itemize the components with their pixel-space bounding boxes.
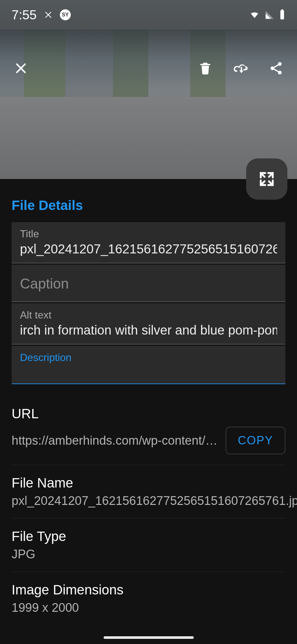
svg-point-3 xyxy=(271,66,274,70)
alt-text-value: irch in formation with silver and blue p… xyxy=(20,323,277,337)
url-label: URL xyxy=(12,406,285,421)
status-left: 7:55 SY xyxy=(12,8,71,22)
expand-icon[interactable] xyxy=(246,158,287,200)
title-value: pxl_20241207_162156162775256515160726576 xyxy=(20,242,277,256)
section-title: File Details xyxy=(12,198,285,213)
meta-file-type: File Type JPG xyxy=(12,518,285,572)
title-field[interactable]: Title pxl_20241207_162156162775256515160… xyxy=(12,222,285,263)
caption-field[interactable]: Caption xyxy=(12,265,285,302)
download-cloud-icon[interactable] xyxy=(229,57,252,80)
close-icon[interactable] xyxy=(10,57,32,80)
status-right xyxy=(249,9,285,20)
description-field[interactable]: Description xyxy=(12,346,285,384)
wifi-icon xyxy=(249,10,260,20)
x-app-icon xyxy=(43,10,53,20)
alt-text-field[interactable]: Alt text irch in formation with silver a… xyxy=(12,303,285,345)
file-details-panel: File Details Title pxl_20241207_16215616… xyxy=(0,179,297,644)
file-name-value: pxl_20241207_162156162775256515160726576… xyxy=(12,494,285,508)
svg-point-4 xyxy=(278,71,282,75)
media-toolbar xyxy=(0,49,297,88)
description-label: Description xyxy=(20,352,277,364)
meta-url: URL https://amberhinds.com/wp-content/up… xyxy=(12,396,285,465)
copy-button[interactable]: COPY xyxy=(226,427,285,454)
title-label: Title xyxy=(20,228,277,240)
file-type-value: JPG xyxy=(12,547,285,561)
svg-rect-1 xyxy=(281,9,283,10)
file-name-label: File Name xyxy=(12,475,285,491)
svg-rect-0 xyxy=(280,10,284,19)
meta-image-dimensions: Image Dimensions 1999 x 2000 xyxy=(12,572,285,625)
battery-icon xyxy=(279,9,285,20)
cellular-icon xyxy=(265,10,274,20)
home-indicator[interactable] xyxy=(104,636,194,639)
delete-icon[interactable] xyxy=(194,57,217,80)
meta-file-name: File Name pxl_20241207_16215616277525651… xyxy=(12,465,285,518)
share-icon[interactable] xyxy=(265,57,287,80)
svg-point-2 xyxy=(278,62,282,66)
alt-text-label: Alt text xyxy=(20,309,277,321)
description-value xyxy=(20,365,277,377)
android-status-bar: 7:55 SY xyxy=(0,0,297,30)
caption-placeholder: Caption xyxy=(20,270,277,295)
media-preview-image xyxy=(0,30,297,179)
image-dimensions-value: 1999 x 2000 xyxy=(12,601,285,615)
file-type-label: File Type xyxy=(12,529,285,544)
sy-app-icon: SY xyxy=(60,9,71,20)
image-dimensions-label: Image Dimensions xyxy=(12,582,285,598)
status-time: 7:55 xyxy=(12,8,37,22)
url-value: https://amberhinds.com/wp-content/upl… xyxy=(12,434,218,448)
